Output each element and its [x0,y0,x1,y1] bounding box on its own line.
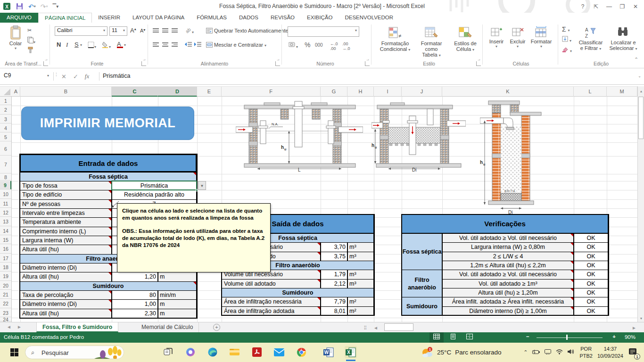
ribbon-tab-p-gina-inicial[interactable]: PÁGINA INICIAL [38,13,92,23]
word-icon[interactable]: W [322,346,335,358]
scroll-up-icon[interactable]: ▲ [638,88,644,95]
row-header-7[interactable]: 7 [0,156,11,173]
chrome-icon[interactable] [295,346,307,358]
font-dialog-launcher-icon[interactable] [141,61,146,66]
search-highlight-image[interactable] [94,346,124,359]
battery-icon[interactable] [532,349,540,356]
currency-icon[interactable]: ▾ [289,41,298,49]
zoom-percent[interactable]: 90% [625,334,636,340]
align-center-icon[interactable] [162,41,168,49]
row-header-19[interactable]: 19 [0,272,11,280]
align-left-icon[interactable] [153,41,159,49]
ribbon-tab-exibi-o[interactable]: EXIBIÇÃO [301,13,339,23]
row-header-11[interactable]: 11 [0,199,11,208]
horizontal-scrollbar[interactable]: ⁞⁞ ◄ ► [372,323,637,331]
normal-view-icon[interactable] [429,332,444,343]
column-header-L[interactable]: L [574,87,607,97]
sheet-nav-right-icon[interactable]: ► [17,324,22,329]
row-header-6[interactable]: 6 [0,142,11,156]
orientation-icon[interactable]: ab▾ [185,26,194,34]
notification-icon[interactable]: 1 [628,347,637,358]
underline-button[interactable]: S [74,41,79,48]
format-painter-icon[interactable] [27,47,34,54]
fill-icon[interactable]: ▾ [562,36,571,43]
thousands-icon[interactable]: 000 [315,42,323,48]
underline-chevron-icon[interactable]: ▾ [80,43,82,47]
increase-indent-icon[interactable] [194,41,201,49]
row-header-10[interactable]: 10 [0,190,11,198]
horizontal-scroll-thumb[interactable] [384,323,413,331]
row-header-24[interactable]: 24 [0,318,11,321]
clipboard-dialog-launcher-icon[interactable] [43,61,48,66]
borders-icon[interactable]: ▾ [88,41,96,49]
vertical-scrollbar[interactable]: ▲ ▼ [637,86,644,322]
column-header-F[interactable]: F [222,87,321,97]
row-header-1[interactable]: 1 [0,97,11,105]
row-header-17[interactable]: 17 [0,254,11,263]
column-header-I[interactable]: I [374,87,402,97]
row-header-3[interactable]: 3 [0,115,11,123]
sheet-tab-active[interactable]: Fossa, Filtro e Sumidouro [36,322,118,332]
italic-button[interactable]: I [66,41,68,49]
row-header-4[interactable]: 4 [0,124,11,132]
align-right-icon[interactable] [172,41,178,49]
number-format-combo[interactable]: ▾ [288,26,359,37]
ribbon-tab-dados[interactable]: DADOS [233,13,264,23]
acrobat-icon[interactable] [251,346,263,358]
excel-taskbar-icon[interactable]: X [345,346,357,358]
insert-function-icon[interactable]: fx [85,73,89,80]
tray-chevron-icon[interactable]: ⌃ [523,349,528,355]
row-header-5[interactable]: 5 [0,133,11,141]
restore-icon[interactable]: ❐ [616,3,629,10]
column-header-M[interactable]: M [607,87,637,97]
mail-icon[interactable] [273,346,285,358]
font-size-combo[interactable]: 11▾ [109,26,127,36]
select-all-icon[interactable] [0,87,12,97]
column-header-C[interactable]: C [112,87,158,97]
help-icon[interactable]: ? [576,3,589,10]
cut-icon[interactable]: ✂ [27,27,32,33]
scroll-down-icon[interactable]: ▼ [638,315,644,322]
column-header-J[interactable]: J [402,87,442,97]
formula-input[interactable]: Prismática [103,73,130,79]
cell-styles-button[interactable]: Estilos deCélula ▾ [450,26,481,52]
task-view-icon[interactable] [162,346,174,358]
bold-button[interactable]: N [57,41,61,48]
increase-font-icon[interactable]: A▴ [130,27,136,34]
collapse-ribbon-icon[interactable]: ⌃ [634,57,638,63]
row-header-13[interactable]: 13 [0,217,11,226]
column-header-A[interactable]: A [12,87,20,97]
name-box[interactable]: C9▾ [1,70,52,82]
column-header-K[interactable]: K [442,87,574,97]
column-header-D[interactable]: D [158,87,197,97]
column-header-B[interactable]: B [20,87,112,97]
autosum-icon[interactable]: Σ ▾ [562,25,570,33]
hscroll-right-icon[interactable]: ► [632,325,636,330]
format-cells-button[interactable]: Formatar▾ [529,26,553,49]
file-explorer-icon[interactable] [229,346,241,358]
row-header-15[interactable]: 15 [0,236,11,244]
search-box[interactable]: ⌕ Pesquisar [25,346,124,359]
row-header-8[interactable]: 8 [0,174,11,181]
alignment-dialog-launcher-icon[interactable] [275,61,280,66]
delete-cells-button[interactable]: Excluir▾ [507,26,528,49]
decrease-indent-icon[interactable] [185,41,192,49]
confirm-entry-icon[interactable]: ✓ [73,73,78,80]
cast-icon[interactable] [545,349,551,356]
number-dialog-launcher-icon[interactable] [365,61,370,66]
conditional-formatting-button[interactable]: ≠ FormataçãoCondicional ▾ [377,26,413,52]
fill-color-icon[interactable]: ▾ [102,41,111,49]
font-color-chevron-icon[interactable]: ▾ [124,43,126,47]
row-header-20[interactable]: 20 [0,281,11,290]
row-header-12[interactable]: 12 [0,208,11,217]
sheet-tab-memorial[interactable]: Memorial de Cálculo [136,322,199,332]
column-header-E[interactable]: E [197,87,222,97]
align-middle-icon[interactable] [162,27,168,34]
vertical-scroll-thumb[interactable] [638,97,644,139]
increase-decimal-icon[interactable]: ←.0.00 [330,41,338,51]
sheet-grid[interactable] [12,97,637,322]
wrap-text-button[interactable]: Quebrar Texto Automaticamente [206,28,289,33]
row-header-21[interactable]: 21 [0,290,11,299]
align-bottom-icon[interactable] [172,27,178,34]
hscroll-grip[interactable]: ⁞⁞ [364,325,367,330]
